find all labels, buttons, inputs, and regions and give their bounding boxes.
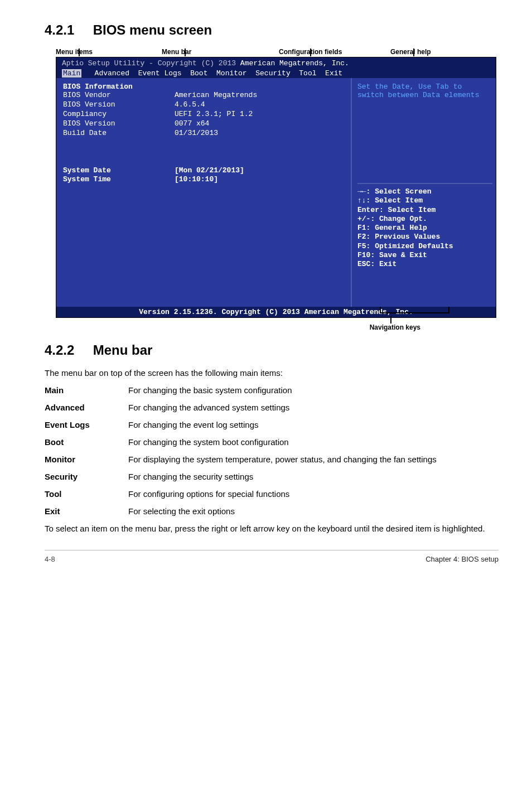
definition-row: Main For changing the basic system confi… xyxy=(45,385,499,395)
definition-row: Advanced For changing the advanced syste… xyxy=(45,403,499,412)
bios-title-line: Aptio Setup Utility - Copyright (C) 2013… xyxy=(62,59,490,69)
definition-term: Exit xyxy=(45,506,128,516)
bios-left-pane: BIOS Information BIOS Vendor American Me… xyxy=(56,78,351,307)
bios-row: Compliancy UEFI 2.3.1; PI 1.2 xyxy=(63,110,344,119)
bios-header: Aptio Setup Utility - Copyright (C) 2013… xyxy=(56,57,496,78)
bios-body: BIOS Information BIOS Vendor American Me… xyxy=(56,78,496,307)
label-config-fields: Configuration fields xyxy=(279,48,379,56)
label-navigation-keys: Navigation keys xyxy=(45,323,420,331)
bios-row: BIOS Vendor American Megatrends xyxy=(63,91,344,100)
definition-term: Main xyxy=(45,385,128,395)
definition-desc: For displaying the system temperature, p… xyxy=(128,455,499,464)
bios-row: BIOS Version 4.6.5.4 xyxy=(63,100,344,110)
bios-row-label: BIOS Version xyxy=(63,119,175,129)
bios-row-label: BIOS Version xyxy=(63,100,175,110)
bios-footer: Version 2.15.1236. Copyright (C) 2013 Am… xyxy=(56,307,496,317)
bios-row-value: 01/31/2013 xyxy=(175,129,218,138)
bios-nav-help: →←: Select Screen ↑↓: Select Item Enter:… xyxy=(357,183,492,269)
bios-system-fields: System Date [Mon 02/21/2013] System Time… xyxy=(63,166,344,185)
definition-desc: For changing the basic system configurat… xyxy=(128,385,499,395)
bios-tab-main[interactable]: Main xyxy=(62,69,81,78)
bios-system-time-row[interactable]: System Time [10:10:10] xyxy=(63,175,344,185)
definition-desc: For changing the system boot configurati… xyxy=(128,437,499,447)
bios-row: BIOS Version 0077 x64 xyxy=(63,119,344,129)
bios-screenshot: Aptio Setup Utility - Copyright (C) 2013… xyxy=(56,57,496,318)
definition-row: Tool For configuring options for special… xyxy=(45,489,499,499)
bios-system-date-label: System Date xyxy=(63,166,175,176)
section-heading-1: 4.2.1 BIOS menu screen xyxy=(45,22,499,38)
bios-row-label: Build Date xyxy=(63,129,175,138)
definition-row: Boot For changing the system boot config… xyxy=(45,437,499,447)
bios-right-pane: Set the Date, Use Tab to switch between … xyxy=(351,78,496,307)
definition-desc: For selecting the exit options xyxy=(128,506,499,516)
definition-desc: For changing the advanced system setting… xyxy=(128,403,499,412)
section-title-2: Menu bar xyxy=(93,342,153,357)
label-menu-items: Menu items xyxy=(56,48,162,56)
bios-system-date-row[interactable]: System Date [Mon 02/21/2013] xyxy=(63,166,344,176)
bios-row: Build Date 01/31/2013 xyxy=(63,129,344,138)
bios-system-time-value[interactable]: [10:10:10] xyxy=(175,175,218,185)
label-menu-bar: Menu bar xyxy=(162,48,279,56)
label-general-help: General help xyxy=(379,48,499,56)
bios-row-value: UEFI 2.3.1; PI 1.2 xyxy=(175,110,253,119)
bios-system-date-value[interactable]: [Mon 02/21/2013] xyxy=(175,166,244,176)
definition-term: Event Logs xyxy=(45,420,128,429)
definition-term: Advanced xyxy=(45,403,128,412)
page-footer: 4-8 Chapter 4: BIOS setup xyxy=(45,550,499,563)
bios-row-value: 4.6.5.4 xyxy=(175,100,205,110)
diagram-label-row: Menu items Menu bar Configuration fields… xyxy=(45,48,499,56)
post-paragraph: To select an item on the menu bar, press… xyxy=(45,524,499,533)
bios-row-value: American Megatrends xyxy=(175,91,257,100)
section-number-1: 4.2.1 xyxy=(45,22,89,38)
definitions-list: Main For changing the basic system confi… xyxy=(45,385,499,516)
bios-help-text: Set the Date, Use Tab to switch between … xyxy=(357,83,492,99)
definition-row: Monitor For displaying the system temper… xyxy=(45,455,499,464)
definition-term: Boot xyxy=(45,437,128,447)
definition-row: Exit For selecting the exit options xyxy=(45,506,499,516)
bios-system-time-label: System Time xyxy=(63,175,175,185)
bios-row-label: Compliancy xyxy=(63,110,175,119)
section-title-1: BIOS menu screen xyxy=(93,22,212,37)
definition-term: Tool xyxy=(45,489,128,499)
definition-row: Event Logs For changing the event log se… xyxy=(45,420,499,429)
intro-paragraph: The menu bar on top of the screen has th… xyxy=(45,368,499,378)
bios-tabs: Main Advanced Event Logs Boot Monitor Se… xyxy=(62,69,490,79)
bios-info-header: BIOS Information xyxy=(63,83,344,91)
bios-row-label: BIOS Vendor xyxy=(63,91,175,100)
definition-term: Monitor xyxy=(45,455,128,464)
section-number-2: 4.2.2 xyxy=(45,342,89,358)
definition-desc: For changing the event log settings xyxy=(128,420,499,429)
bios-tabs-rest[interactable]: Advanced Event Logs Boot Monitor Securit… xyxy=(81,69,342,78)
definition-row: Security For changing the security setti… xyxy=(45,472,499,481)
page-number: 4-8 xyxy=(45,555,55,563)
definition-desc: For configuring options for special func… xyxy=(128,489,499,499)
definition-desc: For changing the security settings xyxy=(128,472,499,481)
definition-term: Security xyxy=(45,472,128,481)
chapter-label: Chapter 4: BIOS setup xyxy=(425,555,499,563)
section-heading-2: 4.2.2 Menu bar xyxy=(45,342,499,358)
bios-row-value: 0077 x64 xyxy=(175,119,209,129)
